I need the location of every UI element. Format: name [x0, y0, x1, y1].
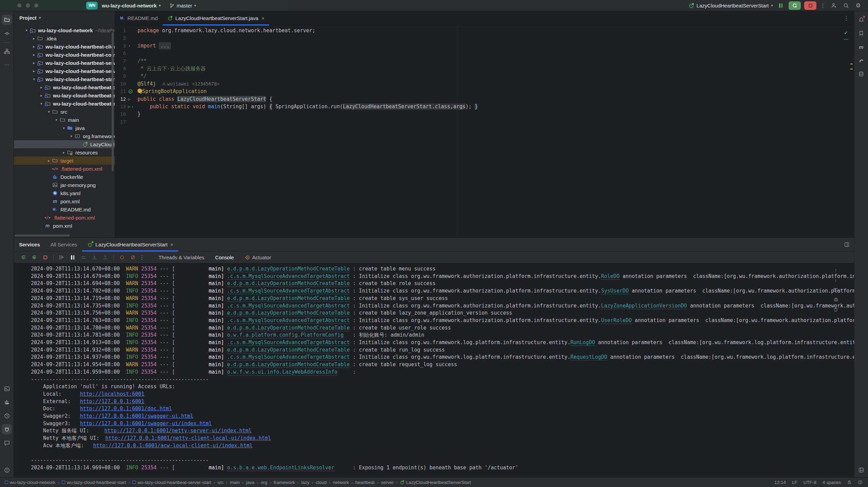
logger-link[interactable]: e.d.p.m.d.LazyOperationMethodCreateTable [227, 325, 350, 331]
code-with-me-icon[interactable] [829, 1, 838, 10]
indent-style[interactable]: 4 spaces [823, 480, 841, 485]
breadcrumb-item[interactable]: LazyCloudHeartbeatServerStart [400, 480, 471, 485]
console-link[interactable]: http://127.0.0.1:6001/doc.html [80, 406, 172, 412]
tree-item[interactable]: ▾main [14, 116, 115, 124]
breadcrumb-item[interactable]: framework [274, 480, 295, 485]
database-toolwindow-button[interactable] [856, 69, 866, 79]
tree-item[interactable]: </>.flattened-pom.xml [14, 213, 115, 222]
entity-link[interactable]: SysUserDO [601, 288, 629, 294]
soft-wrap-icon[interactable] [832, 287, 839, 293]
window-minimize-button[interactable] [26, 3, 30, 7]
gradle-toolwindow-button[interactable] [856, 55, 866, 65]
scroll-to-top-icon[interactable]: ↑ [832, 267, 839, 273]
logger-link[interactable]: .c.s.m.MysqlSourceAdvancedTargetAbstract [227, 317, 350, 324]
logger-link[interactable]: o.s.b.a.e.web.EndpointLinksResolver [227, 465, 334, 471]
tree-item[interactable]: ▸.idea [14, 34, 115, 42]
file-encoding[interactable]: UTF-8 [804, 480, 816, 485]
step-out-icon[interactable] [100, 253, 110, 262]
tree-item[interactable]: ▾wu-lazy-cloud-heartbeat-start [14, 75, 115, 83]
tree-chevron-icon[interactable]: ▾ [23, 28, 30, 33]
logger-link[interactable]: .c.s.m.MysqlSourceAdvancedTargetAbstract [227, 354, 350, 360]
tree-chevron-icon[interactable]: ▾ [68, 134, 74, 138]
tree-item[interactable]: ▾src [14, 108, 115, 116]
docker-toolwindow-button[interactable] [2, 397, 12, 407]
breadcrumb-item[interactable]: main [230, 480, 240, 485]
tree-chevron-icon[interactable]: ▾ [61, 126, 67, 130]
more-actions-icon[interactable]: ⋮ [820, 2, 826, 9]
debugger-more-icon[interactable]: ⋮ [139, 254, 145, 261]
logger-link[interactable]: e.d.p.m.d.LazyOperationMethodCreateTable [227, 347, 350, 353]
rerun-debug-icon[interactable] [30, 253, 39, 262]
entity-link[interactable]: LazyZoneApplicationVersionDO [601, 303, 687, 309]
logger-link[interactable]: .c.s.m.MysqlSourceAdvancedTargetAbstract [227, 273, 350, 280]
console-link[interactable]: http://127.0.0.1:6001/netty-client-local… [106, 435, 271, 441]
console-link[interactable]: http://127.0.0.1:6001/netty-server-ui/in… [105, 428, 252, 434]
tab-console[interactable]: Console [210, 251, 239, 263]
tree-item[interactable]: ▸resources [14, 148, 115, 156]
breadcrumb-item[interactable]: wu-lazy-cloud-network [5, 480, 55, 485]
logger-link[interactable]: .c.s.m.MysqlSourceAdvancedTargetAbstract [227, 303, 350, 309]
run-console[interactable]: 2024-09-28T11:13:14.670+08:00 WARN 25354… [14, 264, 854, 477]
logger-link[interactable]: o.w.f.a.platform.config.PlatformConfig [227, 332, 344, 338]
step-over-icon[interactable] [79, 253, 88, 262]
pause-output-icon[interactable] [776, 1, 785, 10]
run-configuration-selector[interactable]: LazyCloudHeartbeatServerStart ▾ [688, 3, 773, 8]
breadcrumb-item[interactable]: server [381, 480, 394, 485]
console-link[interactable]: http://127.0.0.1:6001/acw-local-client-u… [93, 443, 253, 449]
window-layouts-button[interactable] [856, 465, 866, 475]
rerun-icon[interactable] [19, 253, 28, 262]
tree-chevron-icon[interactable]: ▸ [31, 44, 37, 49]
bookmarks-toolwindow-button[interactable] [856, 28, 866, 38]
line-ending[interactable]: LF [792, 480, 797, 485]
tree-item[interactable]: k8s.yaml [14, 189, 115, 197]
tree-chevron-icon[interactable]: ▾ [53, 118, 59, 122]
project-panel-header[interactable]: Project ▾ [14, 11, 115, 24]
tree-item[interactable]: ▸wu-lazy-cloud-heartbeat-client [14, 42, 115, 51]
search-everywhere-icon[interactable] [842, 1, 850, 10]
logger-link[interactable]: e.d.p.m.d.LazyOperationMethodCreateTable [227, 310, 350, 316]
resume-icon[interactable] [57, 253, 67, 262]
services-toolwindow-button[interactable] [2, 424, 12, 434]
fold-arrow-icon[interactable]: › [131, 103, 134, 110]
more-toolwindows-button[interactable]: ⋯ [2, 60, 12, 70]
pause-icon[interactable] [68, 253, 77, 262]
spring-bean-icon[interactable] [128, 89, 133, 94]
tree-item[interactable]: mpom.xml [14, 197, 115, 205]
breadcrumb-item[interactable]: src [217, 480, 223, 485]
project-selector[interactable]: wu-lazy-cloud-network ▾ [102, 3, 161, 8]
console-link[interactable]: http://127.0.0.1:6001/swagger-ui.html [80, 413, 193, 419]
breadcrumb-item[interactable]: org [261, 480, 267, 485]
branch-selector[interactable]: master ▾ [169, 3, 196, 8]
close-tab-icon[interactable]: × [170, 242, 173, 247]
tree-item[interactable]: ▸target [14, 156, 115, 165]
tree-chevron-icon[interactable]: ▸ [31, 36, 37, 41]
entity-link[interactable]: RequestLogDO [570, 354, 607, 360]
logger-link[interactable]: e.d.p.m.d.LazyOperationMethodCreateTable [227, 295, 350, 302]
entity-link[interactable]: UserRoleDO [601, 317, 632, 324]
logger-link[interactable]: .c.s.m.MysqlSourceAdvancedTargetAbstract [227, 288, 350, 294]
tree-item[interactable]: Dockerfile [14, 173, 115, 181]
tab-all-services[interactable]: All Services [45, 238, 82, 251]
rerun-button[interactable] [789, 1, 801, 10]
tab-run-lazycloudheartbeatserverstart[interactable]: LazyCloudHeartbeatServerStart × [82, 238, 178, 251]
tree-item[interactable]: jar-memory.png [14, 181, 115, 189]
tree-item[interactable]: ▾org.framework.lazy.c [14, 132, 115, 140]
breadcrumb-item[interactable]: lazy [301, 480, 310, 485]
breadcrumb-item[interactable]: cloud [316, 480, 327, 485]
tree-chevron-icon[interactable]: ▸ [31, 61, 37, 65]
history-toolwindow-button[interactable] [2, 411, 12, 421]
tree-item[interactable]: </>.flattened-pom.xml [14, 165, 115, 173]
tab-actuator[interactable]: Actuator [240, 251, 276, 263]
logger-link[interactable]: e.d.p.m.d.LazyOperationMethodCreateTable [227, 361, 350, 368]
project-vertical-scrollbar[interactable] [112, 32, 114, 171]
tree-chevron-icon[interactable]: ▸ [61, 150, 67, 155]
commit-toolwindow-button[interactable] [2, 28, 12, 38]
caret-position[interactable]: 12:14 [774, 480, 786, 485]
problems-toolwindow-button[interactable] [2, 465, 12, 475]
breadcrumb-item[interactable]: java [246, 480, 255, 485]
terminal-toolwindow-button[interactable] [2, 383, 12, 394]
maven-toolwindow-button[interactable]: m [856, 42, 866, 52]
clear-console-icon[interactable] [832, 306, 839, 313]
logger-link[interactable]: o.w.f.w.s.ui.info.LazyWebAddressInfo [227, 369, 337, 375]
tree-chevron-icon[interactable]: ▸ [31, 53, 37, 57]
